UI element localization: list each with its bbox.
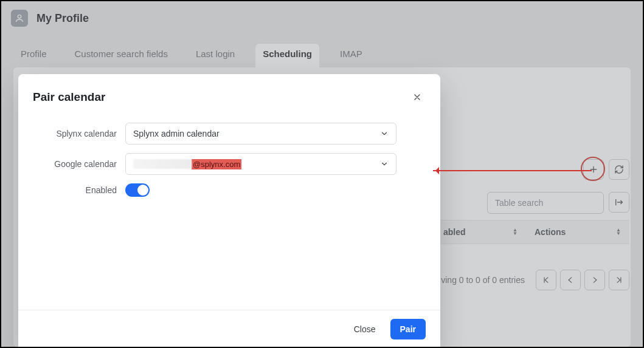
splynx-calendar-value: Splynx admin calendar [133,129,220,138]
google-calendar-value: @splynx.com [133,159,241,169]
toggle-knob [137,185,148,196]
close-button[interactable]: Close [344,319,386,339]
modal-footer: Close Pair [33,310,426,339]
google-calendar-select[interactable]: @splynx.com [125,153,396,175]
redacted-local-part [133,159,192,169]
chevron-down-icon [380,129,389,138]
splynx-calendar-select[interactable]: Splynx admin calendar [125,123,396,145]
enabled-label: Enabled [33,185,117,195]
close-icon[interactable] [409,89,426,106]
annotation-arrow [433,170,592,171]
pair-calendar-modal: Pair calendar Splynx calendar Splynx adm… [18,74,440,348]
modal-title: Pair calendar [33,90,105,104]
splynx-calendar-label: Splynx calendar [33,129,117,138]
viewport: My Profile Profile Customer search field… [0,0,644,348]
enabled-toggle[interactable] [125,183,150,197]
google-calendar-domain: @splynx.com [192,159,241,169]
chevron-down-icon [380,160,389,168]
pair-button[interactable]: Pair [390,319,426,339]
google-calendar-label: Google calendar [33,159,117,169]
